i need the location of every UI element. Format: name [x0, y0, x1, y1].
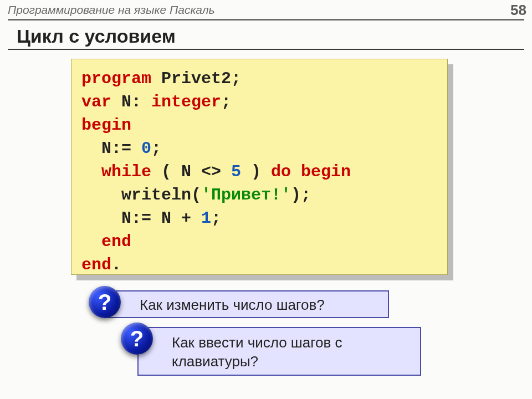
code-text: N: — [111, 93, 151, 111]
slide-title: Цикл с условием — [17, 25, 176, 47]
code-block: program Privet2; var N: integer; begin N… — [71, 59, 448, 275]
num-literal: 1 — [201, 209, 211, 228]
page-number: 58 — [510, 2, 526, 19]
divider-title — [8, 49, 524, 50]
str-literal: 'Привет!' — [201, 186, 291, 204]
kw-begin: begin — [81, 116, 131, 135]
question-box-2: Как ввести число шагов с клавиатуры? — [137, 327, 421, 376]
course-title: Программирование на языке Паскаль — [8, 3, 215, 17]
question-1-text: Как изменить число шагов? — [140, 296, 325, 313]
kw-while: while — [101, 162, 151, 181]
kw-integer: integer — [151, 93, 221, 111]
question-mark-glyph: ? — [98, 290, 111, 315]
kw-end: end — [81, 255, 111, 274]
code-text: ) — [241, 162, 271, 181]
question-2-text: Как ввести число шагов с клавиатуры? — [172, 334, 342, 370]
code-text: ; — [211, 209, 221, 228]
num-literal: 0 — [141, 139, 151, 158]
question-box-1: Как изменить число шагов? — [105, 290, 389, 318]
num-literal: 5 — [231, 162, 241, 181]
header-bar: Программирование на языке Паскаль 58 — [0, 0, 532, 19]
code-text: N:= — [81, 139, 141, 158]
kw-program: program — [81, 69, 151, 88]
code-text: ); — [291, 186, 311, 204]
slide: Программирование на языке Паскаль 58 Цик… — [0, 0, 532, 399]
code-text: ; — [151, 139, 161, 158]
question-mark-glyph: ? — [130, 326, 144, 351]
code-text: N:= N + — [81, 209, 201, 228]
kw-var: var — [81, 93, 111, 111]
code-text: ( N <> — [151, 162, 231, 181]
question-mark-icon: ? — [89, 286, 121, 318]
kw-end: end — [81, 232, 131, 251]
code-text — [81, 162, 101, 181]
divider-top — [8, 19, 524, 21]
code-text: . — [111, 255, 121, 274]
kw-do-begin: do begin — [271, 162, 351, 181]
code-text: writeln( — [81, 186, 201, 204]
code-text: Privet2; — [151, 69, 241, 88]
code-text: ; — [221, 93, 231, 111]
question-mark-icon: ? — [121, 323, 153, 355]
